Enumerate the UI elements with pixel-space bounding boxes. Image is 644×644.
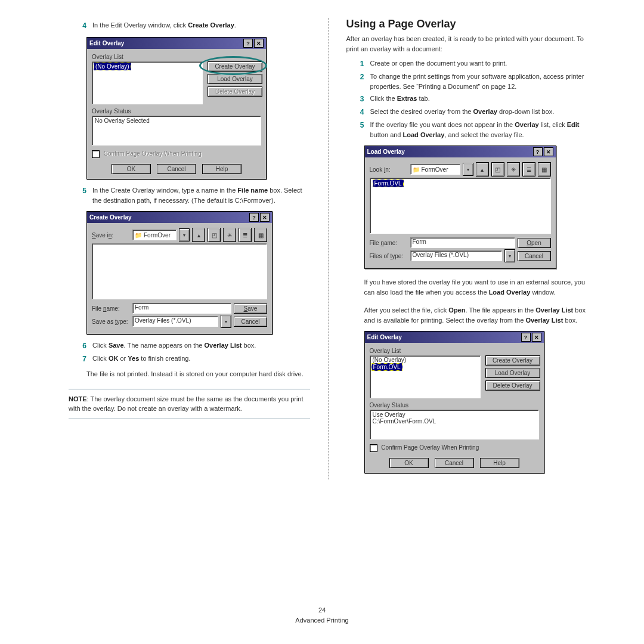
note-box: NOTE: The overlay document size must be … <box>69 389 310 419</box>
step-text: Click the Extras tab. <box>370 94 588 104</box>
step-number: 3 <box>346 94 370 104</box>
step-text: Click OK or Yes to finish creating. <box>92 354 310 364</box>
step-number: 7 <box>69 354 92 364</box>
delete-overlay-button: Delete Overlay <box>208 86 262 97</box>
save-in-label: Save in: <box>92 232 130 239</box>
file-browser-pane[interactable] <box>92 243 267 299</box>
list-item[interactable]: Form.OVL <box>371 363 402 371</box>
close-icon[interactable]: ✕ <box>260 213 270 222</box>
create-overlay-button[interactable]: Create Overlay <box>485 355 540 366</box>
desktop-icon[interactable]: ◰ <box>208 228 221 242</box>
dialog-title: Load Overlay <box>367 148 405 155</box>
detail-view-icon[interactable]: ▦ <box>538 162 551 177</box>
section-name: Advanced Printing <box>0 615 644 626</box>
detail-view-icon[interactable]: ▦ <box>254 228 267 242</box>
cancel-button[interactable]: Cancel <box>435 458 474 468</box>
up-folder-icon[interactable]: ▴ <box>192 228 205 242</box>
paragraph: If you have stored the overlay file you … <box>364 277 588 297</box>
delete-overlay-button[interactable]: Delete Overlay <box>485 380 540 391</box>
step-text: Select the desired overlay from the Over… <box>370 107 588 117</box>
checkbox-icon[interactable] <box>92 150 100 158</box>
step-number: 5 <box>346 120 370 140</box>
up-folder-icon[interactable]: ▴ <box>476 162 489 177</box>
ok-button[interactable]: OK <box>389 458 429 468</box>
filename-input[interactable]: Form <box>132 303 231 314</box>
dialog-title: Create Overlay <box>89 214 132 221</box>
help-button[interactable]: Help <box>480 458 519 468</box>
desktop-icon[interactable]: ◰ <box>491 162 504 177</box>
file-item[interactable]: Form.OVL <box>373 179 404 187</box>
save-button[interactable]: Save <box>234 304 267 314</box>
filename-input[interactable]: Form <box>410 237 515 248</box>
help-icon[interactable]: ? <box>533 147 543 156</box>
step-text: Create or open the document you want to … <box>370 58 588 69</box>
folder-icon: 📁 <box>135 232 142 239</box>
paragraph: After you select the file, click Open. T… <box>364 305 588 325</box>
paragraph: The file is not printed. Instead it is s… <box>86 369 310 379</box>
close-icon[interactable]: ✕ <box>254 39 264 48</box>
cancel-button[interactable]: Cancel <box>234 317 267 327</box>
save-as-type-label: Save as type: <box>92 318 130 325</box>
overlay-list-box[interactable]: (No Overlay) Form.OVL <box>370 355 481 398</box>
close-icon[interactable]: ✕ <box>544 147 553 156</box>
step-number: 4 <box>346 107 370 117</box>
overlay-list-box[interactable]: (No Overlay) <box>92 61 203 104</box>
new-folder-icon[interactable]: ✳ <box>507 162 520 177</box>
step-number: 2 <box>346 72 370 91</box>
look-in-label: Look in: <box>370 166 408 173</box>
edit-overlay-dialog-2: Edit Overlay ? ✕ Overlay List (No Overla… <box>364 331 544 473</box>
chevron-down-icon[interactable]: ▾ <box>179 228 190 242</box>
files-of-type-dropdown[interactable]: Overlay Files (*.OVL) <box>410 250 502 261</box>
folder-icon: 📁 <box>413 166 420 173</box>
overlay-list-label: Overlay List <box>92 54 261 60</box>
chevron-down-icon[interactable]: ▾ <box>504 249 515 262</box>
step-text: To change the print settings from your s… <box>370 72 588 91</box>
step-number: 1 <box>346 58 370 69</box>
list-view-icon[interactable]: ≣ <box>522 162 535 177</box>
list-item[interactable]: (No Overlay) <box>94 63 131 70</box>
new-folder-icon[interactable]: ✳ <box>223 228 236 242</box>
load-overlay-dialog: Load Overlay ? ✕ Look in: 📁 FormOver ▾ ▴… <box>364 145 556 269</box>
dialog-title: Edit Overlay <box>89 40 124 47</box>
filename-label: File name: <box>370 240 408 246</box>
step-text: Click Save. The name appears on the Over… <box>92 340 310 351</box>
step-number: 5 <box>69 185 92 205</box>
files-of-type-label: Files of type: <box>370 253 408 259</box>
cancel-button[interactable]: Cancel <box>518 251 551 261</box>
step-number: 6 <box>69 340 92 351</box>
list-view-icon[interactable]: ≣ <box>239 228 252 242</box>
confirm-checkbox-row[interactable]: Confirm Page Overlay When Printing <box>92 150 261 158</box>
chevron-down-icon[interactable]: ▾ <box>221 315 231 328</box>
help-icon[interactable]: ? <box>243 39 253 48</box>
help-icon[interactable]: ? <box>249 213 259 222</box>
section-heading: Using a Page Overlay <box>346 18 588 30</box>
edit-overlay-dialog: Edit Overlay ? ✕ Overlay List (No Overla… <box>86 37 267 179</box>
close-icon[interactable]: ✕ <box>532 333 541 342</box>
chevron-down-icon[interactable]: ▾ <box>463 163 473 176</box>
load-overlay-button[interactable]: Load Overlay <box>485 368 540 378</box>
dialog-title: Edit Overlay <box>367 334 402 340</box>
overlay-status-label: Overlay Status <box>370 402 539 408</box>
confirm-checkbox-row[interactable]: Confirm Page Overlay When Printing <box>370 444 539 452</box>
create-overlay-button[interactable]: Create Overlay <box>208 61 262 72</box>
step-text: In the Create Overlay window, type a nam… <box>92 185 310 205</box>
ok-button[interactable]: OK <box>112 164 151 174</box>
help-button[interactable]: Help <box>202 164 242 174</box>
look-in-dropdown[interactable]: 📁 FormOver <box>410 164 460 175</box>
overlay-status-label: Overlay Status <box>92 108 261 114</box>
open-button[interactable]: Open <box>518 238 551 248</box>
intro-text: After an overlay has been created, it is… <box>346 34 588 54</box>
list-item[interactable]: (No Overlay) <box>371 357 479 363</box>
load-overlay-button[interactable]: Load Overlay <box>208 74 262 84</box>
save-as-type-dropdown[interactable]: Overlay Files (*.OVL) <box>132 316 218 327</box>
overlay-list-label: Overlay List <box>370 348 539 354</box>
help-icon[interactable]: ? <box>521 333 531 342</box>
save-in-dropdown[interactable]: 📁 FormOver <box>132 230 177 240</box>
filename-label: File name: <box>92 305 130 312</box>
file-browser-pane[interactable]: Form.OVL <box>370 178 551 234</box>
overlay-status-box: No Overlay Selected <box>92 116 261 145</box>
checkbox-icon[interactable] <box>370 444 377 452</box>
step-text: In the Edit Overlay window, click Create… <box>92 20 310 31</box>
step-number: 4 <box>69 20 92 31</box>
cancel-button[interactable]: Cancel <box>157 164 196 174</box>
